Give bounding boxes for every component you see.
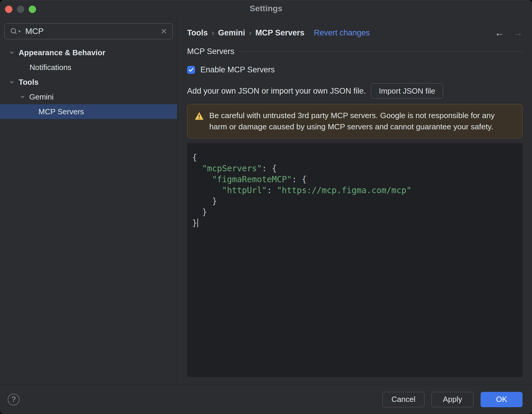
- warning-triangle-icon: [194, 112, 204, 121]
- settings-window: Settings ▾ ✕ Ap: [0, 0, 532, 414]
- import-instruction-text: Add your own JSON or import your own JSO…: [187, 87, 366, 96]
- settings-search-field[interactable]: ▾ ✕: [4, 23, 173, 39]
- warning-banner: Be careful with untrusted 3rd party MCP …: [187, 104, 523, 138]
- title-bar: Settings: [0, 0, 532, 17]
- settings-content: Tools › Gemini › MCP Servers Revert chan…: [177, 17, 532, 384]
- breadcrumb-separator-icon: ›: [245, 28, 255, 38]
- ok-button[interactable]: OK: [481, 392, 523, 407]
- clear-search-icon[interactable]: ✕: [160, 27, 167, 36]
- breadcrumb: Tools › Gemini › MCP Servers Revert chan…: [187, 26, 523, 39]
- import-json-button[interactable]: Import JSON file: [371, 83, 443, 99]
- text-cursor: [197, 219, 198, 227]
- cancel-button[interactable]: Cancel: [382, 392, 424, 407]
- settings-sidebar: ▾ ✕ Appearance & Behavior Notifications: [0, 17, 177, 384]
- apply-button[interactable]: Apply: [432, 392, 473, 407]
- enable-mcp-row: Enable MCP Servers: [187, 65, 523, 74]
- back-arrow-icon[interactable]: ←: [495, 27, 504, 38]
- breadcrumb-tools[interactable]: Tools: [187, 28, 208, 38]
- section-header: MCP Servers: [187, 47, 523, 56]
- sidebar-item-label: Gemini: [29, 92, 53, 102]
- section-title: MCP Servers: [187, 47, 234, 56]
- sidebar-item-notifications[interactable]: Notifications: [0, 60, 177, 75]
- enable-mcp-checkbox[interactable]: [187, 66, 195, 74]
- chevron-down-icon[interactable]: [20, 94, 25, 100]
- sidebar-item-mcp-servers[interactable]: MCP Servers: [0, 104, 177, 119]
- sidebar-item-gemini[interactable]: Gemini: [0, 89, 177, 104]
- help-button[interactable]: ?: [8, 394, 20, 405]
- dialog-footer: ? Cancel Apply OK: [0, 384, 532, 414]
- warning-text: Be careful with untrusted 3rd party MCP …: [209, 110, 495, 132]
- import-row: Add your own JSON or import your own JSO…: [187, 83, 523, 99]
- breadcrumb-gemini[interactable]: Gemini: [218, 28, 245, 38]
- sidebar-item-label: Appearance & Behavior: [19, 48, 105, 57]
- breadcrumb-separator-icon: ›: [208, 28, 218, 38]
- revert-changes-link[interactable]: Revert changes: [314, 28, 370, 38]
- search-icon: [10, 27, 18, 35]
- settings-tree: Appearance & Behavior Notifications Tool…: [0, 45, 177, 119]
- enable-mcp-label[interactable]: Enable MCP Servers: [200, 65, 275, 74]
- section-divider: [241, 51, 523, 52]
- sidebar-item-tools[interactable]: Tools: [0, 75, 177, 89]
- mcp-json-editor[interactable]: { "mcpServers": { "figmaRemoteMCP": { "h…: [187, 143, 523, 377]
- editor-code: { "mcpServers": { "figmaRemoteMCP": { "h…: [192, 152, 517, 229]
- forward-arrow-icon: →: [513, 27, 523, 38]
- traffic-lights: [5, 6, 36, 13]
- sidebar-item-label: MCP Servers: [38, 107, 84, 116]
- window-title: Settings: [250, 4, 282, 13]
- zoom-window-button[interactable]: [29, 6, 36, 13]
- minimize-window-button[interactable]: [17, 6, 24, 13]
- chevron-down-icon[interactable]: [9, 50, 15, 56]
- breadcrumb-mcp-servers: MCP Servers: [255, 28, 304, 38]
- close-window-button[interactable]: [5, 6, 12, 13]
- search-input[interactable]: [25, 27, 161, 36]
- search-history-caret-icon[interactable]: ▾: [18, 29, 21, 34]
- sidebar-item-label: Notifications: [30, 63, 72, 72]
- sidebar-item-label: Tools: [19, 78, 38, 87]
- chevron-down-icon[interactable]: [9, 79, 15, 85]
- checkmark-icon: [188, 67, 194, 73]
- sidebar-item-appearance-behavior[interactable]: Appearance & Behavior: [0, 45, 177, 60]
